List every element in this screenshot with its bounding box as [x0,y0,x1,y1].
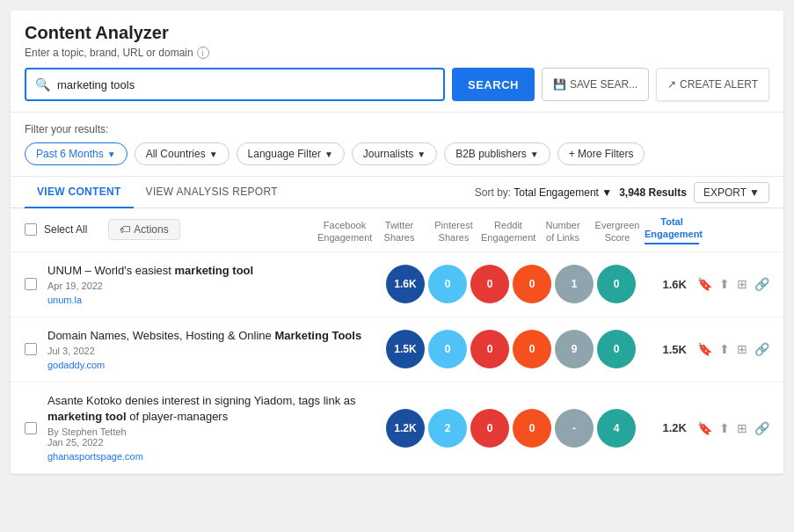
header-area: Content Analyzer Enter a topic, brand, U… [11,11,783,101]
bookmark-icon[interactable]: 🔖 [697,342,712,356]
tag-icon: 🏷 [120,223,130,236]
app-container: Content Analyzer Enter a topic, brand, U… [0,0,794,532]
sort-value[interactable]: Total Engagement ▼ [514,186,612,199]
row1-actions: 🔖 ⬆ ⊞ 🔗 [697,277,769,291]
row3-actions: 🔖 ⬆ ⊞ 🔗 [697,421,769,435]
metric-links: - [555,409,594,448]
grid-icon[interactable]: ⊞ [737,421,747,435]
share-icon[interactable]: ⬆ [719,421,730,435]
grid-icon[interactable]: ⊞ [737,342,747,356]
row3-content: Asante Kotoko denies interest in signing… [47,393,386,463]
metric-total: 1.5K [643,343,687,356]
row2-date: Jul 3, 2022 [47,346,386,356]
table-header-row: Select All 🏷 Actions FacebookEngagement … [11,208,783,252]
table-row: UNUM – World's easiest marketing tool Ap… [11,252,783,317]
row3-date: Jan 25, 2022 [47,437,386,448]
col-header-re: RedditEngagement [481,219,535,244]
create-alert-button[interactable]: ↗ CREATE ALERT [656,68,769,101]
col-header-tw: TwitterShares [372,219,426,244]
col-header-pi: PinterestShares [426,219,481,244]
table-row: Asante Kotoko denies interest in signing… [11,383,783,474]
bookmark-icon[interactable]: 🔖 [697,421,712,435]
save-search-button[interactable]: 💾 SAVE SEAR... [542,68,649,101]
filter-bar: Filter your results: Past 6 Months ▼ All… [11,112,783,177]
link-icon[interactable]: 🔗 [754,342,769,356]
row2-content: Domain Names, Websites, Hosting & Online… [47,328,386,371]
link-icon[interactable]: 🔗 [754,421,769,435]
metric-re: 0 [513,409,551,448]
bookmark-icon[interactable]: 🔖 [697,277,712,291]
alert-icon: ↗ [667,78,676,91]
select-all-checkbox[interactable] [25,223,37,236]
search-button[interactable]: SEARCH [452,68,535,101]
filter-journalists[interactable]: Journalists ▼ [352,142,437,165]
link-icon[interactable]: 🔗 [754,277,769,291]
row3-author: By Stephen Tetteh [47,426,386,437]
filter-language[interactable]: Language Filter ▼ [237,142,345,165]
metric-fb: 1.5K [386,330,425,368]
row3-title: Asante Kotoko denies interest in signing… [47,393,386,425]
metric-tw: 2 [428,409,467,448]
col-headers: FacebookEngagement TwitterShares Pintere… [317,215,769,244]
sort-info: Sort by: Total Engagement ▼ 3,948 Result… [475,182,769,203]
metric-tw: 0 [428,265,467,303]
metric-fb: 1.6K [386,265,425,303]
filter-time[interactable]: Past 6 Months ▼ [25,142,127,165]
app-title: Content Analyzer [25,23,769,43]
col-header-fb: FacebookEngagement [317,219,372,244]
metric-ev: 0 [597,330,636,368]
col-header-ev: EvergreenScore [590,219,645,244]
metric-pi: 0 [470,265,509,303]
metric-tw: 0 [428,330,467,368]
filter-more[interactable]: + More Filters [557,142,645,165]
tab-content[interactable]: VIEW CONTENT [25,177,134,208]
save-icon: 💾 [553,78,566,91]
search-box: 🔍 [25,68,445,101]
metric-pi: 0 [470,330,509,368]
search-row: 🔍 SEARCH 💾 SAVE SEAR... ↗ CREATE ALERT [25,68,769,101]
search-input[interactable] [57,78,434,91]
metric-fb: 1.2K [386,409,425,448]
grid-icon[interactable]: ⊞ [737,277,747,291]
metric-ev: 0 [597,265,636,303]
metric-links: 1 [555,265,594,303]
filter-pills: Past 6 Months ▼ All Countries ▼ Language… [25,142,769,165]
row2-checkbox[interactable] [25,343,37,355]
metric-total: 1.6K [643,278,687,291]
metric-re: 0 [513,330,551,368]
metric-pi: 0 [470,409,509,448]
row2-title: Domain Names, Websites, Hosting & Online… [47,328,386,344]
row2-metrics: 1.5K 0 0 0 9 0 1.5K [386,330,687,368]
row1-date: Apr 19, 2022 [47,281,386,291]
tab-analysis[interactable]: VIEW ANALYSIS REPORT [134,177,290,208]
results-count: 3,948 Results [619,186,687,199]
metric-total: 1.2K [643,421,687,434]
metric-links: 9 [555,330,594,368]
row3-checkbox[interactable] [25,422,37,434]
tabs-row: VIEW CONTENT VIEW ANALYSIS REPORT Sort b… [11,177,783,208]
actions-button[interactable]: 🏷 Actions [108,219,179,240]
row1-link[interactable]: unum.la [47,295,82,305]
filter-b2b[interactable]: B2B publishers ▼ [444,142,550,165]
metric-re: 0 [513,265,551,303]
select-all-area: Select All 🏷 Actions [25,219,317,240]
share-icon[interactable]: ⬆ [719,277,730,291]
row3-link[interactable]: ghanasportspage.com [47,451,143,462]
col-header-links: Numberof Links [535,219,590,244]
info-icon[interactable]: i [197,47,209,59]
filter-country[interactable]: All Countries ▼ [135,142,229,165]
filter-label: Filter your results: [25,123,769,135]
row1-checkbox[interactable] [25,278,37,290]
row2-link[interactable]: godaddy.com [47,360,105,370]
subtitle: Enter a topic, brand, URL or domain i [25,47,769,59]
share-icon[interactable]: ⬆ [719,342,730,356]
export-button[interactable]: EXPORT ▼ [694,182,769,203]
row1-content: UNUM – World's easiest marketing tool Ap… [47,263,386,306]
select-all-label: Select All [44,223,87,236]
col-header-total[interactable]: TotalEngagement [645,215,699,244]
row2-actions: 🔖 ⬆ ⊞ 🔗 [697,342,769,356]
row1-metrics: 1.6K 0 0 0 1 0 1.6K [386,265,687,303]
search-icon: 🔍 [35,77,50,91]
main-panel: Content Analyzer Enter a topic, brand, U… [11,11,783,474]
row3-metrics: 1.2K 2 0 0 - 4 1.2K [386,409,687,448]
